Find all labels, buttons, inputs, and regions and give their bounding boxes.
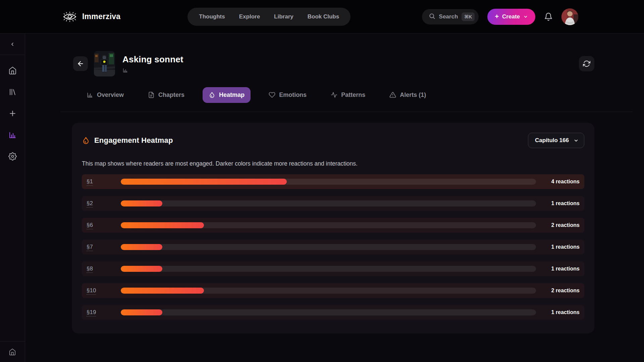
book-title-block: Asking sonnet <box>122 54 183 73</box>
reactions-count-label: 2 reactions <box>542 288 580 294</box>
heatmap-bar-track <box>121 288 536 294</box>
card-header: Engagement Heatmap Capítulo 166 <box>82 133 584 148</box>
eye-planet-logo-icon <box>62 12 77 22</box>
reactions-count-label: 1 reactions <box>542 309 580 315</box>
flame-icon <box>82 136 90 144</box>
search-input[interactable]: Search ⌘K <box>422 9 479 24</box>
heatmap-bar-fill <box>121 309 162 315</box>
heatmap-bar-track <box>121 309 536 315</box>
home-icon <box>8 66 17 75</box>
paragraph-label[interactable]: §6 <box>87 222 121 229</box>
heatmap-bar-fill <box>121 288 204 294</box>
user-avatar[interactable] <box>561 8 578 25</box>
tab-label: Alerts (1) <box>400 92 426 99</box>
flame-icon <box>209 92 215 98</box>
nav-item-library[interactable]: Library <box>274 13 293 20</box>
sidebar-item-new[interactable] <box>6 107 19 120</box>
bar-chart-icon <box>8 131 17 139</box>
tab-heatmap[interactable]: Heatmap <box>203 87 251 103</box>
heatmap-row: §62 reactions <box>82 218 584 233</box>
chevron-left-icon <box>10 42 15 47</box>
tab-label: Emotions <box>279 92 307 99</box>
reactions-count-label: 2 reactions <box>542 222 580 228</box>
search-icon <box>429 13 435 21</box>
reactions-count-label: 4 reactions <box>542 179 580 185</box>
home-icon <box>9 348 16 356</box>
bar-chart-icon <box>87 92 93 98</box>
document-icon <box>148 92 155 98</box>
engagement-heatmap-card: Engagement Heatmap Capítulo 166 This map… <box>72 123 594 334</box>
heatmap-description: This map shows where readers are most en… <box>82 160 584 167</box>
arrow-left-icon <box>77 60 84 67</box>
sidebar-item-library[interactable] <box>6 85 19 99</box>
tab-overview[interactable]: Overview <box>80 87 130 103</box>
heatmap-row: §191 reactions <box>82 305 584 320</box>
primary-nav: Thoughts Explore Library Book Clubs <box>187 8 351 26</box>
heart-icon <box>269 92 275 98</box>
tab-label: Chapters <box>158 92 184 99</box>
heatmap-row: §21 reactions <box>82 196 584 211</box>
tab-label: Patterns <box>341 92 365 99</box>
heatmap-bar-track <box>121 222 536 228</box>
heatmap-bar-track <box>121 266 536 272</box>
card-title: Engagement Heatmap <box>94 136 173 145</box>
plus-icon <box>8 109 17 118</box>
heatmap-row: §102 reactions <box>82 283 584 298</box>
sidebar-collapse-button[interactable] <box>0 34 25 55</box>
tab-chapters[interactable]: Chapters <box>142 87 191 103</box>
analytics-mini-icon <box>122 67 183 73</box>
chevron-down-icon <box>523 14 528 19</box>
chapter-select-value: Capítulo 166 <box>535 137 569 144</box>
heatmap-bar-track <box>121 244 536 250</box>
heatmap-bar-fill <box>121 200 162 206</box>
nav-item-thoughts[interactable]: Thoughts <box>199 13 225 20</box>
nav-item-book-clubs[interactable]: Book Clubs <box>308 13 339 20</box>
chevron-down-icon <box>574 138 579 143</box>
heatmap-bar-fill <box>121 266 162 272</box>
tabs-divider <box>60 112 633 112</box>
sidebar-item-settings[interactable] <box>6 149 19 163</box>
warning-icon <box>389 92 396 98</box>
sidebar-item-analytics[interactable] <box>6 128 19 141</box>
back-button[interactable] <box>73 56 88 71</box>
heatmap-row: §81 reactions <box>82 261 584 276</box>
sidebar-nav <box>6 64 19 163</box>
activity-icon <box>331 92 337 98</box>
tab-emotions[interactable]: Emotions <box>263 87 313 103</box>
books-library-icon <box>8 88 17 96</box>
sidebar-item-home[interactable] <box>6 64 19 77</box>
paragraph-label[interactable]: §7 <box>87 244 121 250</box>
search-label: Search <box>439 13 458 20</box>
heatmap-bar-fill <box>121 179 287 185</box>
tab-alerts-1[interactable]: Alerts (1) <box>383 87 432 103</box>
main-content: Asking sonnet OverviewChaptersHeatmapEmo… <box>25 34 644 362</box>
heatmap-bar-fill <box>121 222 204 228</box>
tab-label: Overview <box>97 92 124 99</box>
gear-icon <box>8 152 17 161</box>
heatmap-bar-track <box>121 179 536 185</box>
refresh-button[interactable] <box>579 56 594 71</box>
paragraph-label[interactable]: §10 <box>87 287 121 294</box>
paragraph-label[interactable]: §1 <box>87 178 121 185</box>
brand-logo[interactable]: Immerziva <box>62 12 120 22</box>
nav-item-explore[interactable]: Explore <box>239 13 260 20</box>
analytics-tabs: OverviewChaptersHeatmapEmotionsPatternsA… <box>80 86 594 103</box>
tab-patterns[interactable]: Patterns <box>325 87 371 103</box>
chapter-select-dropdown[interactable]: Capítulo 166 <box>528 133 584 148</box>
paragraph-label[interactable]: §2 <box>87 200 121 207</box>
paragraph-label[interactable]: §19 <box>87 309 121 316</box>
sidebar-bottom-home[interactable] <box>0 341 25 362</box>
heatmap-row: §71 reactions <box>82 240 584 254</box>
heatmap-bar-track <box>121 200 536 206</box>
sidebar <box>0 34 25 362</box>
paragraph-label[interactable]: §8 <box>87 265 121 272</box>
navbar-actions: Search ⌘K + Create <box>422 8 578 25</box>
heatmap-bar-fill <box>121 244 162 250</box>
heatmap-row: §14 reactions <box>82 174 584 189</box>
plus-icon: + <box>495 13 499 20</box>
create-button[interactable]: + Create <box>487 9 535 25</box>
heatmap-rows: §14 reactions§21 reactions§62 reactions§… <box>82 174 584 320</box>
notifications-bell-icon[interactable] <box>544 12 553 21</box>
book-header: Asking sonnet <box>73 51 594 76</box>
top-navbar: Immerziva Thoughts Explore Library Book … <box>0 0 644 34</box>
